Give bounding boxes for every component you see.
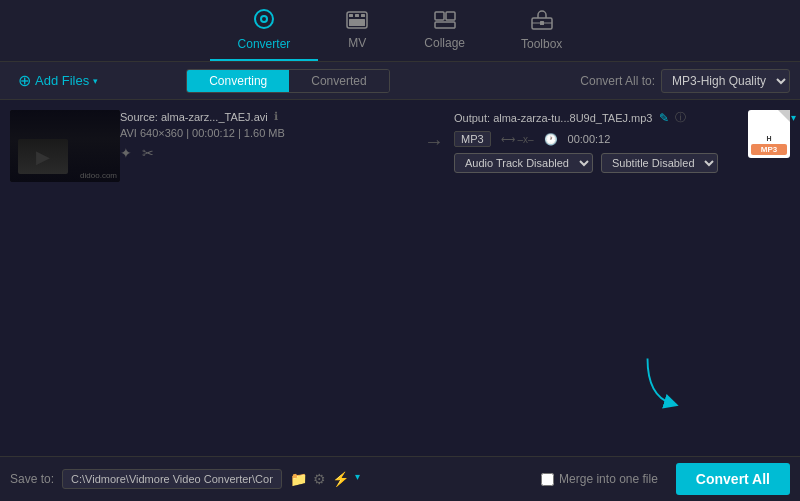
conversion-arrow: → (414, 110, 454, 153)
svg-rect-6 (361, 14, 365, 17)
output-duration: 00:00:12 (568, 133, 611, 145)
dropdown-bottom-icon[interactable]: ▾ (355, 471, 360, 487)
bottom-bar: Save to: 📁 ⚙ ⚡ ▾ Merge into one file Con… (0, 456, 800, 501)
merge-group: Merge into one file (541, 472, 658, 486)
video-thumbnail: ▶ didoo.com (10, 110, 120, 182)
nav-item-toolbox[interactable]: Toolbox (493, 0, 590, 61)
nav-label-converter: Converter (238, 37, 291, 51)
add-files-label: Add Files (35, 73, 89, 88)
add-files-dropdown-icon: ▾ (93, 76, 98, 86)
tab-converted[interactable]: Converted (289, 70, 388, 92)
thumbnail-watermark: didoo.com (80, 171, 117, 180)
edit-output-icon[interactable]: ✎ (659, 111, 669, 125)
folder-icon[interactable]: 📁 (290, 471, 307, 487)
arrow-icon: → (424, 130, 444, 153)
mp3-icon-wrapper: H MP3 ▾ (748, 110, 790, 158)
svg-rect-8 (435, 12, 444, 20)
svg-rect-5 (355, 14, 359, 17)
output-filename: Output: alma-zarza-tu...8U9d_TAEJ.mp3 (454, 112, 653, 124)
settings-icon[interactable]: ⚙ (313, 471, 326, 487)
nav-label-collage: Collage (424, 36, 465, 50)
subtitle-select[interactable]: Subtitle Disabled (601, 153, 718, 173)
clock-icon: 🕐 (544, 133, 558, 146)
output-info-icon[interactable]: ⓘ (675, 110, 686, 125)
format-select[interactable]: MP3-High Quality (661, 69, 790, 93)
scissors-action-icon[interactable]: ✂ (142, 145, 154, 161)
add-files-button[interactable]: ⊕ Add Files ▾ (10, 67, 106, 94)
conversion-tabs: Converting Converted (186, 69, 389, 93)
mp3-file-icon: H MP3 (748, 110, 790, 158)
format-badge: MP3 (454, 131, 491, 147)
meta-line: AVI 640×360 | 00:00:12 | 1.60 MB (120, 127, 414, 139)
thumbnail-image: ▶ didoo.com (10, 110, 120, 182)
bottom-icons: 📁 ⚙ ⚡ ▾ (290, 471, 360, 487)
svg-rect-10 (435, 22, 455, 28)
action-icons: ✦ ✂ (120, 145, 414, 161)
plus-icon: ⊕ (18, 71, 31, 90)
merge-checkbox[interactable] (541, 473, 554, 486)
toolbar: ⊕ Add Files ▾ Converting Converted Conve… (0, 62, 800, 100)
save-path-input[interactable] (62, 469, 282, 489)
nav-item-converter[interactable]: Converter (210, 0, 319, 61)
nav-label-mv: MV (348, 36, 366, 50)
mp3-icon-label: MP3 (751, 144, 787, 155)
collage-icon (434, 11, 456, 32)
mp3-format-dropdown-icon[interactable]: ▾ (791, 112, 796, 123)
nav-item-mv[interactable]: MV (318, 0, 396, 61)
svg-rect-4 (349, 14, 353, 17)
lightning-icon[interactable]: ⚡ (332, 471, 349, 487)
main-content: ▶ didoo.com Source: alma-zarz..._TAEJ.av… (0, 100, 800, 430)
format-line: MP3 ⟷ –x– 🕐 00:00:12 (454, 131, 748, 147)
convert-all-label: Convert All to: (580, 74, 655, 88)
meta-info: AVI 640×360 | 00:00:12 | 1.60 MB (120, 127, 285, 139)
output-area: Output: alma-zarza-tu...8U9d_TAEJ.mp3 ✎ … (454, 110, 748, 173)
file-item-container: ▶ didoo.com Source: alma-zarz..._TAEJ.av… (10, 110, 790, 182)
svg-point-2 (262, 17, 266, 21)
nav-item-collage[interactable]: Collage (396, 0, 493, 61)
save-to-label: Save to: (10, 472, 54, 486)
separator: ⟷ –x– (501, 134, 534, 145)
svg-rect-7 (349, 19, 365, 26)
file-info: Source: alma-zarz..._TAEJ.avi ℹ AVI 640×… (120, 110, 414, 161)
source-filename: Source: alma-zarz..._TAEJ.avi (120, 111, 268, 123)
mv-icon (346, 11, 368, 32)
source-info-icon[interactable]: ℹ (274, 110, 278, 123)
converter-icon (253, 8, 275, 33)
tab-converting[interactable]: Converting (187, 70, 289, 92)
nav-label-toolbox: Toolbox (521, 37, 562, 51)
track-controls: Audio Track Disabled Subtitle Disabled (454, 153, 748, 173)
svg-rect-9 (446, 12, 455, 20)
source-line: Source: alma-zarz..._TAEJ.avi ℹ (120, 110, 414, 123)
star-action-icon[interactable]: ✦ (120, 145, 132, 161)
merge-label: Merge into one file (559, 472, 658, 486)
output-line: Output: alma-zarza-tu...8U9d_TAEJ.mp3 ✎ … (454, 110, 748, 125)
svg-rect-13 (540, 21, 544, 25)
mp3-icon-top-label: H (766, 135, 771, 142)
toolbox-icon (531, 10, 553, 33)
top-navigation: Converter MV Collage (0, 0, 800, 62)
audio-track-select[interactable]: Audio Track Disabled (454, 153, 593, 173)
convert-all-button[interactable]: Convert All (676, 463, 790, 495)
